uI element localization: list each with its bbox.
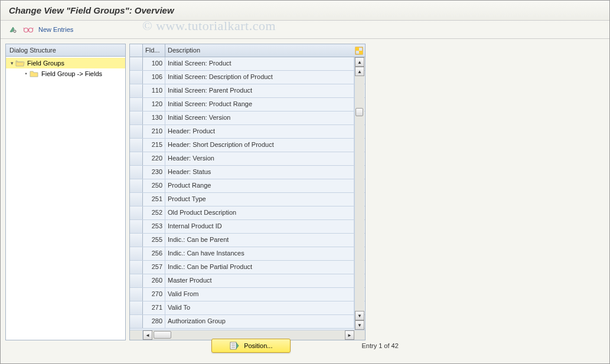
table-settings-icon[interactable] (353, 44, 365, 57)
table-row[interactable]: 256Indic.: Can have Instances (130, 247, 365, 261)
cell-description[interactable]: Initial Screen: Product Range (165, 98, 354, 111)
cell-fld[interactable]: 106 (143, 71, 165, 84)
scroll-thumb[interactable] (154, 331, 171, 339)
row-selector[interactable] (130, 57, 143, 70)
row-selector[interactable] (130, 288, 143, 301)
table-row[interactable]: 255Indic.: Can be Parent (130, 234, 365, 247)
row-selector[interactable] (130, 152, 143, 165)
cell-fld[interactable]: 110 (143, 84, 165, 97)
row-selector[interactable] (130, 247, 143, 260)
cell-fld[interactable]: 256 (143, 247, 165, 260)
column-header-description[interactable]: Description (165, 44, 353, 57)
glasses-icon[interactable] (23, 24, 34, 35)
tree-node-field-groups[interactable]: ▾ Field Groups (6, 58, 125, 68)
cell-fld[interactable]: 120 (143, 98, 165, 111)
table-row[interactable]: 100Initial Screen: Product (130, 57, 365, 71)
cell-description[interactable]: Initial Screen: Parent Product (165, 84, 354, 97)
vertical-scrollbar[interactable]: ▲ ▲ ▼ ▼ (354, 57, 364, 330)
cell-fld[interactable]: 257 (143, 261, 165, 274)
row-selector[interactable] (130, 261, 143, 274)
table-row[interactable]: 260Master Product (130, 274, 365, 288)
cell-fld[interactable]: 271 (143, 301, 165, 314)
cell-description[interactable]: Header: Product (165, 125, 354, 138)
cell-description[interactable]: Header: Status (165, 166, 354, 179)
scroll-down-icon[interactable]: ▼ (355, 320, 364, 330)
cell-description[interactable]: Initial Screen: Product (165, 57, 354, 70)
cell-description[interactable]: Header: Version (165, 152, 354, 165)
cell-fld[interactable]: 215 (143, 139, 165, 152)
table-row[interactable]: 120Initial Screen: Product Range (130, 98, 365, 112)
row-selector[interactable] (130, 220, 143, 233)
table-row[interactable]: 106Initial Screen: Description of Produc… (130, 71, 365, 84)
column-header-fld[interactable]: Fld... (143, 44, 165, 57)
cell-fld[interactable]: 252 (143, 206, 165, 219)
cell-description[interactable]: Valid From (165, 288, 354, 301)
tree-collapse-icon[interactable]: ▾ (8, 60, 15, 66)
row-selector[interactable] (130, 98, 143, 111)
cell-description[interactable]: Initial Screen: Description of Product (165, 71, 354, 84)
row-selector[interactable] (130, 301, 143, 314)
cell-description[interactable]: Initial Screen: Version (165, 112, 354, 124)
cell-fld[interactable]: 230 (143, 166, 165, 179)
cell-fld[interactable]: 130 (143, 112, 165, 124)
table-row[interactable]: 270Valid From (130, 288, 365, 301)
row-selector[interactable] (130, 274, 143, 287)
table-row[interactable]: 130Initial Screen: Version (130, 112, 365, 125)
cell-fld[interactable]: 260 (143, 274, 165, 287)
table-row[interactable]: 215Header: Short Description of Product (130, 139, 365, 152)
row-selector[interactable] (130, 139, 143, 152)
scroll-up-icon[interactable]: ▲ (355, 67, 364, 76)
cell-description[interactable]: Indic.: Can be Parent (165, 234, 354, 247)
cell-description[interactable]: Product Type (165, 193, 354, 206)
row-selector[interactable] (130, 234, 143, 247)
cell-description[interactable]: Master Product (165, 274, 354, 287)
table-row[interactable]: 251Product Type (130, 193, 365, 206)
row-selector[interactable] (130, 84, 143, 97)
cell-description[interactable]: Indic.: Can be Partial Product (165, 261, 354, 274)
table-row[interactable]: 271Valid To (130, 301, 365, 315)
table-row[interactable]: 210Header: Product (130, 125, 365, 139)
row-selector[interactable] (130, 193, 143, 206)
cell-fld[interactable]: 100 (143, 57, 165, 70)
cell-fld[interactable]: 253 (143, 220, 165, 233)
select-all-column[interactable] (130, 44, 143, 57)
row-selector[interactable] (130, 125, 143, 138)
new-entries-button[interactable]: New Entries (38, 26, 73, 33)
cell-fld[interactable]: 255 (143, 234, 165, 247)
row-selector[interactable] (130, 315, 143, 328)
row-selector[interactable] (130, 166, 143, 179)
cell-description[interactable]: Valid To (165, 301, 354, 314)
scroll-up-icon[interactable]: ▲ (355, 57, 364, 67)
table-row[interactable]: 110Initial Screen: Parent Product (130, 84, 365, 98)
cell-fld[interactable]: 270 (143, 288, 165, 301)
cell-fld[interactable]: 251 (143, 193, 165, 206)
row-selector[interactable] (130, 112, 143, 124)
scroll-track[interactable] (355, 76, 364, 311)
cell-description[interactable]: Indic.: Can have Instances (165, 247, 354, 260)
cell-fld[interactable]: 280 (143, 315, 165, 328)
position-button[interactable]: Position... (211, 339, 291, 353)
table-row[interactable]: 257Indic.: Can be Partial Product (130, 261, 365, 274)
cell-fld[interactable]: 210 (143, 125, 165, 138)
cell-fld[interactable]: 220 (143, 152, 165, 165)
table-row[interactable]: 253Internal Product ID (130, 220, 365, 234)
cell-description[interactable]: Authorization Group (165, 315, 354, 328)
cell-fld[interactable]: 250 (143, 179, 165, 192)
table-row[interactable]: 230Header: Status (130, 166, 365, 179)
other-view-icon[interactable] (8, 24, 18, 35)
tree-node-field-group-fields[interactable]: • Field Group -> Fields (6, 68, 125, 79)
scroll-thumb[interactable] (355, 108, 363, 116)
folder-closed-icon (30, 70, 39, 78)
scroll-down-icon[interactable]: ▼ (355, 311, 364, 320)
cell-description[interactable]: Old Product Description (165, 206, 354, 219)
table-row[interactable]: 280Authorization Group (130, 315, 365, 329)
table-row[interactable]: 250Product Range (130, 179, 365, 193)
row-selector[interactable] (130, 206, 143, 219)
cell-description[interactable]: Internal Product ID (165, 220, 354, 233)
table-row[interactable]: 252Old Product Description (130, 206, 365, 220)
row-selector[interactable] (130, 71, 143, 84)
table-row[interactable]: 220Header: Version (130, 152, 365, 166)
cell-description[interactable]: Header: Short Description of Product (165, 139, 354, 152)
cell-description[interactable]: Product Range (165, 179, 354, 192)
row-selector[interactable] (130, 179, 143, 192)
